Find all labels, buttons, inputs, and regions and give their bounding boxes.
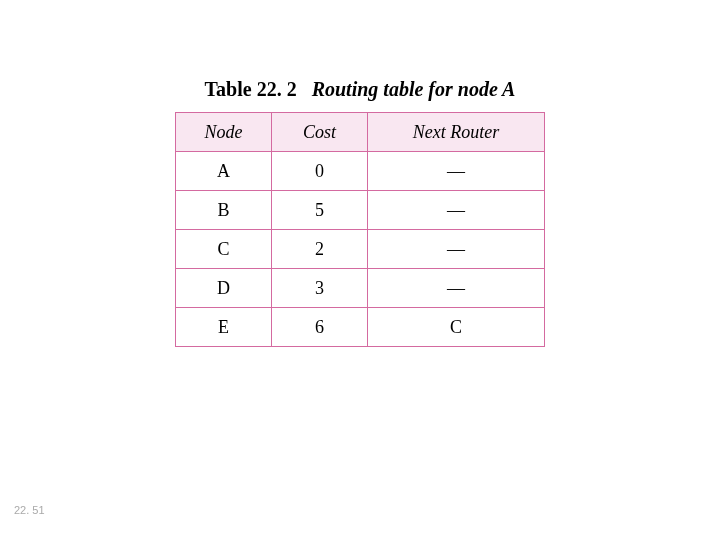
col-header-cost: Cost [271, 113, 367, 152]
cell-cost: 6 [271, 308, 367, 347]
cell-next-router: — [367, 269, 544, 308]
page-number: 22. 51 [14, 504, 45, 516]
cell-next-router: — [367, 152, 544, 191]
cell-cost: 3 [271, 269, 367, 308]
table-caption: Table 22. 2 Routing table for node A [0, 78, 720, 101]
cell-cost: 0 [271, 152, 367, 191]
cell-node: B [176, 191, 272, 230]
cell-next-router: — [367, 191, 544, 230]
table-row: E 6 C [176, 308, 545, 347]
table-row: D 3 — [176, 269, 545, 308]
cell-node: D [176, 269, 272, 308]
table-row: A 0 — [176, 152, 545, 191]
cell-next-router: — [367, 230, 544, 269]
table-header-row: Node Cost Next Router [176, 113, 545, 152]
table-number: Table 22. 2 [205, 78, 297, 100]
table-row: B 5 — [176, 191, 545, 230]
cell-node: E [176, 308, 272, 347]
cell-cost: 5 [271, 191, 367, 230]
cell-node: C [176, 230, 272, 269]
col-header-next-router: Next Router [367, 113, 544, 152]
cell-cost: 2 [271, 230, 367, 269]
cell-next-router: C [367, 308, 544, 347]
col-header-node: Node [176, 113, 272, 152]
table-row: C 2 — [176, 230, 545, 269]
cell-node: A [176, 152, 272, 191]
table-title: Routing table for node A [312, 78, 516, 100]
routing-table: Node Cost Next Router A 0 — B 5 — C 2 — [175, 112, 545, 347]
routing-table-container: Node Cost Next Router A 0 — B 5 — C 2 — [175, 112, 545, 347]
